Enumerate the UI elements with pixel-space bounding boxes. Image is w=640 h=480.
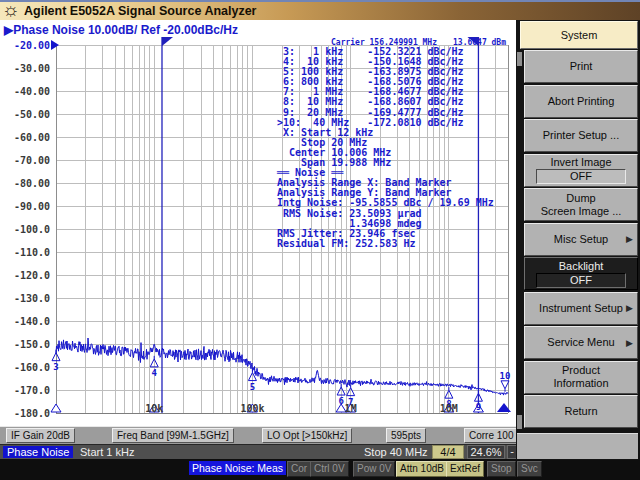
softkey-label: Abort Printing — [548, 95, 615, 108]
phase-noise-plot-panel: ▶Phase Noise 10.00dB/ Ref -20.00dBc/Hz 3… — [0, 20, 518, 426]
y-axis-label: -110.0 — [8, 247, 50, 258]
submenu-arrow-icon: ▶ — [626, 302, 633, 315]
y-axis-label: -150.0 — [8, 339, 50, 350]
svg-text:10: 10 — [500, 371, 511, 381]
y-axis-label: -60.00 — [8, 132, 50, 143]
svg-text:3: 3 — [53, 362, 58, 372]
marker-readout-list: 3: 1 kHz -152.3221 dBc/Hz 4: 10 kHz -150… — [277, 47, 494, 249]
softkey-invert-image[interactable]: Invert ImageOFF — [524, 154, 638, 187]
y-axis-label: -170.0 — [8, 385, 50, 396]
softkey-abort-printing[interactable]: Abort Printing — [524, 85, 638, 118]
stop-frequency-label: Stop 40 MHz — [364, 446, 428, 458]
measurement-status-row: IF Gain 20dBFreq Band [99M-1.5GHz]LO Opt… — [0, 426, 518, 444]
start-frequency-label: Start 1 kHz — [80, 446, 134, 458]
svg-text:9: 9 — [476, 402, 481, 412]
submenu-arrow-icon: ▶ — [626, 336, 633, 349]
softkey-label: Printer Setup ... — [543, 129, 619, 142]
status-button[interactable]: Freq Band [99M-1.5GHz] — [112, 428, 234, 443]
softkey-label: Dump — [566, 192, 595, 205]
instrument-status-bar: Phase Noise: Meas Cor Ctrl 0V Pow 0V Att… — [0, 459, 640, 480]
svg-text:4: 4 — [152, 368, 158, 378]
y-axis-label: -70.00 — [8, 155, 50, 166]
softkey-return[interactable]: Return — [524, 395, 638, 428]
status-button[interactable]: IF Gain 20dB — [6, 428, 75, 443]
external-reference-indicator: ExtRef — [446, 461, 484, 477]
menu-scroll-handle-top[interactable] — [517, 52, 522, 66]
title-bar: ☼ Agilent E5052A Signal Source Analyzer — [0, 0, 640, 20]
submenu-arrow-icon: ▶ — [626, 233, 633, 246]
softkey-label: Product — [562, 364, 600, 377]
cor-indicator: Cor — [287, 461, 311, 477]
measurement-status-chip: Phase Noise: Meas — [189, 461, 286, 475]
softkey-menu-title[interactable]: System — [520, 21, 638, 49]
sun-icon: ☼ — [2, 0, 19, 21]
softkey-label: Misc Setup — [554, 233, 608, 246]
y-axis-label: -100.0 — [8, 224, 50, 235]
ctrl-voltage-indicator: Ctrl 0V — [310, 461, 349, 477]
softkey-label: Instrument Setup — [539, 302, 623, 315]
page-indicator: 4/4 — [432, 445, 464, 459]
stop-indicator: Stop — [487, 461, 516, 477]
y-axis-label: -90.00 — [8, 201, 50, 212]
softkey-instrument-setup[interactable]: Instrument Setup▶ — [524, 292, 638, 325]
y-axis-label: -20.00 — [8, 40, 50, 51]
softkey-label: Return — [564, 405, 597, 418]
y-axis-label: -120.0 — [8, 270, 50, 281]
softkey-misc-setup[interactable]: Misc Setup▶ — [524, 223, 638, 256]
service-indicator: Svc — [517, 461, 542, 477]
softkey-label: Invert Image — [550, 156, 611, 169]
x-axis-label: 1M — [345, 403, 357, 414]
svg-text:6: 6 — [338, 396, 343, 406]
attenuator-indicator: Attn 10dB — [396, 461, 448, 477]
softkey-label: Service Menu — [547, 336, 614, 349]
softkey-value: OFF — [536, 273, 626, 288]
y-axis-label: -180.0 — [8, 408, 50, 419]
x-axis-label: 10k — [145, 403, 163, 414]
y-axis-label: -160.0 — [8, 362, 50, 373]
menu-scroll-handle-bottom[interactable] — [517, 415, 522, 429]
softkey-printer-setup-[interactable]: Printer Setup ... — [524, 119, 638, 152]
window-title: Agilent E5052A Signal Source Analyzer — [24, 4, 256, 18]
softkey-backlight[interactable]: BacklightOFF — [524, 257, 638, 290]
softkey-value: OFF — [536, 169, 626, 184]
power-voltage-indicator: Pow 0V — [353, 461, 395, 477]
softkey-label: Backlight — [559, 260, 604, 273]
y-axis-label: -40.00 — [8, 86, 50, 97]
trace-name-chip[interactable]: Phase Noise — [3, 446, 73, 458]
softkey-label-line2: Screen Image ... — [541, 205, 622, 218]
y-axis-label: -130.0 — [8, 293, 50, 304]
x-axis-label: 10M — [440, 403, 458, 414]
softkey-label-line2: Information — [553, 377, 608, 390]
status-button[interactable]: 595pts — [386, 428, 426, 443]
y-axis-label: -140.0 — [8, 316, 50, 327]
softkey-dump[interactable]: DumpScreen Image ... — [524, 188, 638, 221]
softkey-print[interactable]: Print — [524, 50, 638, 83]
status-button[interactable]: Corre 100 — [464, 428, 518, 443]
softkey-product[interactable]: ProductInformation — [524, 361, 638, 394]
softkey-label: Print — [570, 60, 593, 73]
progress-indicator: 24.6% — [467, 445, 505, 459]
status-button[interactable]: LO Opt [>150kHz] — [262, 428, 352, 443]
y-axis-label: -80.00 — [8, 178, 50, 189]
softkey-menu-footer — [517, 433, 638, 459]
x-axis-label: 100k — [240, 403, 264, 414]
softkey-service-menu[interactable]: Service Menu▶ — [524, 326, 638, 359]
y-axis-label: -30.00 — [8, 63, 50, 74]
y-axis-label: -50.00 — [8, 109, 50, 120]
svg-text:5: 5 — [250, 382, 255, 392]
